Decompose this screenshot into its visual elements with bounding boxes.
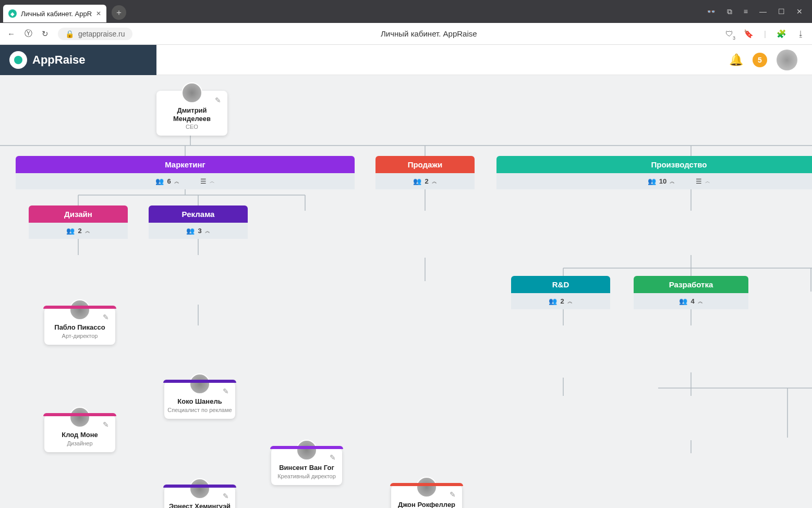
dept-header[interactable]: Дизайн: [29, 205, 128, 223]
app-logo[interactable]: AppRaise: [0, 45, 156, 75]
dept-production: Производство 👥10︽ ☰︿: [496, 156, 812, 189]
chevron-up-icon: ︽: [174, 178, 179, 185]
dept-header[interactable]: Производство: [496, 156, 812, 173]
dept-marketing: Маркетинг 👥6︽ ☰︿: [16, 156, 355, 189]
dept-people-count[interactable]: 👥4︽: [679, 297, 702, 305]
person-card-ceo[interactable]: ✎ Дмитрий Менделеев CEO: [156, 91, 227, 136]
avatar: [69, 299, 90, 320]
chevron-up-icon: ︽: [85, 227, 90, 235]
dept-people-count[interactable]: 👥3︽: [186, 227, 210, 235]
dept-header[interactable]: Разработка: [634, 276, 748, 293]
browser-titlebar: ◆ Личный кабинет. AppR ✕ ＋ 👓 ⧉ ≡ — ☐ ✕: [0, 0, 812, 23]
dept-header[interactable]: Маркетинг: [16, 156, 355, 173]
people-icon: 👥: [648, 177, 656, 185]
chevron-up-icon: ︽: [432, 178, 437, 185]
tabs-icon[interactable]: ⧉: [727, 7, 732, 16]
chevron-up-icon: ︿: [210, 178, 215, 185]
address-bar[interactable]: 🔒 getappraise.ru: [58, 28, 132, 40]
person-name: Джон Рокфеллер: [394, 501, 459, 508]
bell-icon[interactable]: 🔔: [729, 53, 743, 67]
person-card[interactable]: ✎ Пабло Пикассо Арт-директор: [44, 308, 115, 345]
avatar: [189, 373, 210, 394]
reader-icon[interactable]: 👓: [707, 7, 716, 16]
people-icon: 👥: [549, 297, 557, 305]
edit-icon[interactable]: ✎: [220, 385, 232, 397]
person-card[interactable]: ✎ Эрнест Хемингуэй Контент-менеджер: [164, 487, 235, 508]
person-name: Пабло Пикассо: [47, 323, 112, 332]
person-name: Дмитрий Менделеев: [160, 106, 224, 123]
dept-structure-toggle[interactable]: ☰︿: [696, 177, 710, 185]
person-role: Креативный директор: [274, 473, 339, 480]
person-card[interactable]: ✎ Коко Шанель Специалист по рекламе: [164, 382, 235, 419]
person-name: Винсент Ван Гог: [274, 464, 339, 472]
avatar: [181, 82, 202, 103]
org-chart-canvas[interactable]: ✎ Дмитрий Менделеев CEO Маркетинг 👥6︽ ☰︿…: [0, 75, 812, 508]
edit-icon[interactable]: ✎: [446, 488, 459, 501]
dept-structure-toggle[interactable]: ☰︿: [200, 177, 215, 185]
edit-icon[interactable]: ✎: [326, 451, 339, 464]
structure-icon: ☰: [200, 177, 207, 185]
page-title: Личный кабинет. AppRaise: [142, 29, 717, 38]
person-card[interactable]: ✎ Клод Моне Дизайнер: [44, 415, 115, 452]
chevron-up-icon: ︽: [670, 178, 675, 185]
new-tab-button[interactable]: ＋: [112, 5, 126, 20]
chevron-up-icon: ︿: [705, 178, 710, 185]
maximize-icon[interactable]: ☐: [778, 7, 785, 16]
avatar: [416, 477, 437, 498]
shield-icon[interactable]: 🛡3: [725, 29, 733, 39]
reload-icon[interactable]: ↻: [42, 29, 49, 39]
user-avatar[interactable]: [777, 50, 797, 70]
browser-toolbar: ← Ⓨ ↻ 🔒 getappraise.ru Личный кабинет. A…: [0, 23, 812, 45]
dept-header[interactable]: Реклама: [149, 205, 248, 223]
person-role: CEO: [160, 124, 224, 130]
edit-icon[interactable]: ✎: [100, 418, 112, 431]
structure-icon: ☰: [696, 177, 702, 185]
avatar: [69, 407, 90, 428]
favicon: ◆: [8, 9, 17, 18]
tab-title: Личный кабинет. AppR: [21, 10, 92, 18]
people-icon: 👥: [155, 177, 164, 185]
dept-people-count[interactable]: 👥2︽: [66, 227, 90, 235]
dept-people-count[interactable]: 👥2︽: [413, 177, 437, 185]
app-header: AppRaise 🔔 5: [0, 45, 812, 75]
person-card[interactable]: ✎ Винсент Ван Гог Креативный директор: [271, 448, 342, 485]
tab-close-icon[interactable]: ✕: [96, 10, 101, 17]
person-role: Специалист по рекламе: [167, 407, 232, 414]
person-name: Эрнест Хемингуэй: [167, 502, 232, 508]
extension-icon[interactable]: 🧩: [777, 29, 786, 39]
chevron-up-icon: ︽: [698, 298, 703, 305]
url-text: getappraise.ru: [78, 30, 125, 38]
edit-icon[interactable]: ✎: [212, 94, 224, 106]
dept-header[interactable]: R&D: [511, 276, 610, 293]
dept-people-count[interactable]: 👥6︽: [155, 177, 179, 185]
avatar: [189, 478, 210, 499]
menu-icon[interactable]: ≡: [744, 7, 748, 16]
dept-design: Дизайн 👥2︽: [29, 205, 128, 239]
person-role: Дизайнер: [47, 440, 112, 447]
browser-tab[interactable]: ◆ Личный кабинет. AppR ✕: [3, 5, 106, 22]
notification-count[interactable]: 5: [753, 53, 767, 67]
dept-rd: R&D 👥2︽: [511, 276, 610, 309]
close-window-icon[interactable]: ✕: [796, 7, 803, 16]
edit-icon[interactable]: ✎: [100, 311, 112, 323]
person-name: Коко Шанель: [167, 397, 232, 406]
people-icon: 👥: [186, 227, 195, 235]
edit-icon[interactable]: ✎: [220, 490, 232, 502]
people-icon: 👥: [679, 297, 687, 305]
person-role: Арт-директор: [47, 333, 112, 340]
minimize-icon[interactable]: —: [759, 7, 767, 16]
dept-header[interactable]: Продажи: [375, 156, 475, 173]
person-card[interactable]: ✎ Джон Рокфеллер Руководитель отдела про…: [391, 485, 462, 508]
download-icon[interactable]: ⭳: [797, 29, 805, 39]
chevron-up-icon: ︽: [567, 298, 573, 305]
dept-sales: Продажи 👥2︽: [375, 156, 475, 189]
lock-icon: 🔒: [65, 30, 74, 38]
back-icon[interactable]: ←: [7, 29, 15, 38]
search-engine-icon[interactable]: Ⓨ: [25, 29, 32, 39]
logo-icon: [9, 51, 27, 69]
bookmark-icon[interactable]: 🔖: [744, 29, 754, 39]
dept-people-count[interactable]: 👥10︽: [648, 177, 675, 185]
dept-dev: Разработка 👥4︽: [634, 276, 748, 309]
dept-people-count[interactable]: 👥2︽: [549, 297, 572, 305]
person-name: Клод Моне: [47, 431, 112, 439]
